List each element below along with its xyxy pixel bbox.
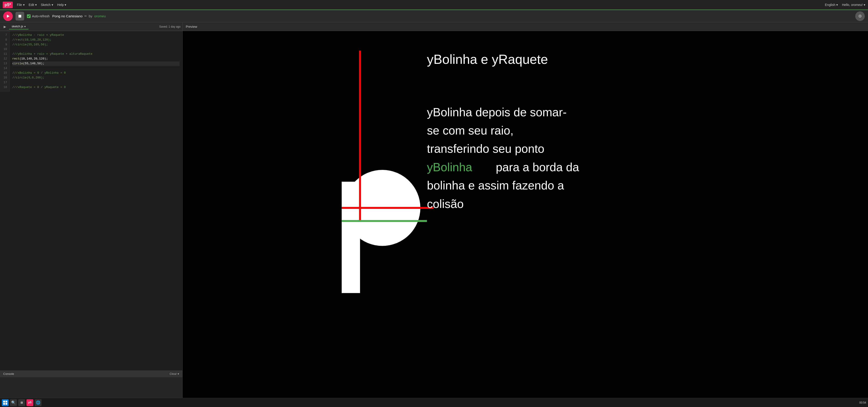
- line-num-16: 16: [2, 75, 7, 80]
- line-num-15: 15: [2, 71, 7, 75]
- taskbar-time: 00:54: [859, 401, 866, 404]
- preview-header: Preview: [183, 22, 868, 31]
- expand-button[interactable]: ▶: [2, 24, 8, 29]
- svg-rect-1: [19, 15, 21, 18]
- by-label: by: [89, 14, 92, 18]
- code-line-7: ///yBolinha - raio = yRaquete: [12, 33, 180, 38]
- code-line-8: //rect(10,140,20,120);: [12, 38, 180, 42]
- svg-text:yBolinha: yBolinha: [427, 161, 472, 174]
- user-chevron-icon: [864, 3, 865, 7]
- code-line-17: [12, 80, 180, 85]
- code-line-9: //circle(55,165,50);: [12, 42, 180, 47]
- line-numbers: 7 8 9 10 11 12 13 14 15 16 17 18: [0, 31, 9, 92]
- code-line-18: ///xRaquete = 0 / yRaquete = 0: [12, 85, 180, 90]
- pencil-icon[interactable]: ✏: [85, 14, 87, 18]
- taskbar-search-icon[interactable]: 🔍: [10, 399, 17, 406]
- sketch-name: Pong no Cartesiano: [52, 14, 83, 18]
- line-num-8: 8: [2, 38, 7, 42]
- auto-refresh-checkbox[interactable]: [27, 14, 31, 18]
- svg-text:transferindo seu ponto: transferindo seu ponto: [427, 142, 545, 155]
- file-tab[interactable]: sketch.js●: [9, 24, 29, 29]
- svg-text:yBolinha e  yRaquete: yBolinha e yRaquete: [427, 52, 548, 67]
- code-line-11: ///yBolinha + raio = yRaquete + alturaRa…: [12, 52, 180, 57]
- language-chevron-icon: [836, 3, 838, 7]
- saved-status: Saved: 1 day ago: [159, 25, 181, 28]
- line-num-14: 14: [2, 66, 7, 71]
- sketch-title-area: Pong no Cartesiano ✏ by oromeu: [52, 14, 106, 18]
- svg-rect-17: [5, 401, 7, 402]
- code-editor[interactable]: 7 8 9 10 11 12 13 14 15 16 17 18 ///yBol…: [0, 31, 182, 371]
- editor-panel: ▶ sketch.js● Saved: 1 day ago 7 8 9 10 1…: [0, 22, 183, 398]
- svg-rect-18: [3, 403, 5, 405]
- line-num-7: 7: [2, 33, 7, 38]
- svg-text:para a borda da: para a borda da: [496, 161, 579, 174]
- sketch-chevron-icon: [52, 3, 53, 7]
- taskbar-windows-icon[interactable]: [2, 399, 9, 406]
- code-lines: ///yBolinha - raio = yRaquete //rect(10,…: [9, 31, 182, 92]
- modified-dot: ●: [24, 25, 26, 28]
- taskbar-apps-icon[interactable]: ⊞: [18, 399, 25, 406]
- file-tab-name: sketch.js: [12, 25, 23, 28]
- edit-chevron-icon: [35, 3, 37, 7]
- file-chevron-icon: [23, 3, 25, 7]
- line-num-12: 12: [2, 57, 7, 61]
- taskbar: 🔍 ⊞ p5 🌐 00:54: [0, 398, 868, 407]
- code-line-14: [12, 66, 180, 71]
- clear-button[interactable]: Clear ▾: [169, 372, 179, 376]
- settings-button[interactable]: ⚙: [855, 11, 865, 21]
- svg-text:bolinha e assim fazendo a: bolinha e assim fazendo a: [427, 179, 564, 192]
- stop-icon: [18, 14, 22, 18]
- console-title: Console: [3, 372, 14, 376]
- code-line-10: [12, 47, 180, 52]
- console-panel: Console Clear ▾: [0, 371, 182, 398]
- line-num-18: 18: [2, 85, 7, 90]
- svg-marker-0: [7, 14, 9, 18]
- taskbar-chrome-icon[interactable]: 🌐: [35, 399, 41, 406]
- language-selector[interactable]: English: [825, 3, 838, 7]
- play-icon: [6, 14, 10, 18]
- console-header: Console Clear ▾: [0, 371, 182, 377]
- menu-item-edit[interactable]: Edit: [29, 3, 37, 7]
- main-content: ▶ sketch.js● Saved: 1 day ago 7 8 9 10 1…: [0, 22, 868, 398]
- line-num-10: 10: [2, 47, 7, 52]
- line-num-17: 17: [2, 80, 7, 85]
- svg-text:yBolinha depois de somar-: yBolinha depois de somar-: [427, 106, 567, 119]
- svg-text:colisão: colisão: [427, 197, 464, 210]
- auto-refresh-label[interactable]: Auto-refresh: [27, 14, 50, 18]
- line-num-11: 11: [2, 52, 7, 57]
- play-button[interactable]: [3, 11, 13, 21]
- menu-bar: p5* File Edit Sketch Help English Hello,…: [0, 0, 868, 10]
- menu-right: English Hello, oromeu!: [825, 3, 865, 7]
- user-menu[interactable]: Hello, oromeu!: [842, 3, 865, 7]
- code-line-12: rect(10,140,20,120);: [12, 57, 180, 61]
- code-line-16: //circle(0,0,200);: [12, 75, 180, 80]
- svg-text:se com seu raio,: se com seu raio,: [427, 124, 514, 137]
- code-line-15: ///xBolinha = 0 / yBolinha = 0: [12, 71, 180, 75]
- taskbar-p5-icon[interactable]: p5: [27, 399, 33, 406]
- help-chevron-icon: [65, 3, 66, 7]
- p5-logo: p5*: [3, 2, 13, 8]
- author-link[interactable]: oromeu: [94, 14, 106, 18]
- svg-rect-19: [5, 403, 7, 405]
- chevron-down-icon: ▾: [178, 372, 179, 376]
- preview-canvas: yBolinha e yRaquete yBolinha depois de s…: [183, 31, 868, 398]
- line-num-13: 13: [2, 61, 7, 66]
- code-line-13: circle(55,140,50);: [12, 61, 180, 66]
- code-area: 7 8 9 10 11 12 13 14 15 16 17 18 ///yBol…: [0, 31, 182, 92]
- menu-item-sketch[interactable]: Sketch: [41, 3, 53, 7]
- preview-svg: yBolinha e yRaquete yBolinha depois de s…: [183, 31, 868, 398]
- svg-rect-16: [3, 401, 5, 402]
- preview-label: Preview: [186, 25, 197, 29]
- toolbar: Auto-refresh Pong no Cartesiano ✏ by oro…: [0, 10, 868, 22]
- menu-item-help[interactable]: Help: [57, 3, 66, 7]
- preview-panel: Preview yBolinha e yRaquete yBoli: [183, 22, 868, 398]
- menu-item-file[interactable]: File: [17, 3, 25, 7]
- taskbar-right: 00:54: [859, 401, 866, 404]
- file-tab-row: ▶ sketch.js● Saved: 1 day ago: [0, 22, 182, 31]
- line-num-9: 9: [2, 42, 7, 47]
- stop-button[interactable]: [16, 12, 24, 21]
